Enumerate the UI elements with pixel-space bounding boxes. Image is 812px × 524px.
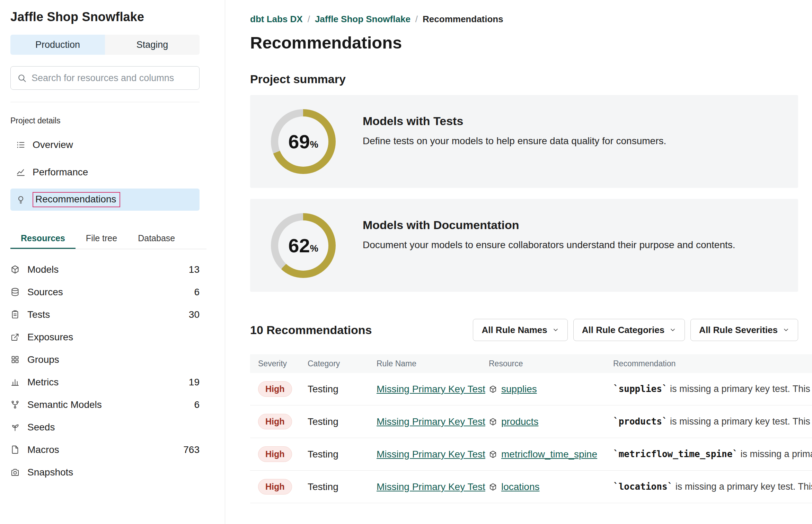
resource-count: 30 <box>189 309 200 320</box>
sidebar-item-label: Recommendations <box>33 192 120 207</box>
donut-center: 62 % <box>278 220 328 271</box>
resource-label: Seeds <box>27 422 55 433</box>
column-header-category: Category <box>308 359 377 368</box>
category-cell: Testing <box>308 449 377 460</box>
lightbulb-icon <box>16 195 26 204</box>
tab-staging[interactable]: Staging <box>105 35 200 55</box>
resource-count: 6 <box>194 399 200 410</box>
cube-icon <box>489 418 497 426</box>
resource-row-semantic-models[interactable]: Semantic Models 6 <box>10 393 200 416</box>
rule-name-link[interactable]: Missing Primary Key Test <box>377 416 485 427</box>
seedling-icon <box>10 422 20 432</box>
resource-count: 13 <box>189 264 200 275</box>
resource-link[interactable]: products <box>501 416 538 427</box>
table-row: High Testing Missing Primary Key Test pr… <box>250 405 812 438</box>
cube-icon <box>10 265 20 274</box>
filter-label: All Rule Names <box>482 325 547 335</box>
list-icon <box>16 140 26 150</box>
table-header: Severity Category Rule Name Resource Rec… <box>250 354 812 373</box>
card-text: Models with Tests Define tests on your m… <box>363 95 666 147</box>
tab-database[interactable]: Database <box>127 229 185 249</box>
resource-row-macros[interactable]: Macros 763 <box>10 438 200 461</box>
breadcrumb-current: Recommendations <box>423 14 503 25</box>
rule-severities-filter[interactable]: All Rule Severities <box>690 319 798 341</box>
severity-badge: High <box>258 381 292 397</box>
resource-view-tabs: Resources File tree Database <box>10 229 206 249</box>
recommendations-header: 10 Recommendations All Rule Names All Ru… <box>250 319 798 341</box>
resource-list: Models 13 Sources 6 Tests 30 Exposures <box>10 258 200 483</box>
tab-file-tree[interactable]: File tree <box>76 229 127 249</box>
camera-icon <box>10 468 20 477</box>
resource-row-snapshots[interactable]: Snapshots <box>10 461 200 483</box>
search-box[interactable] <box>10 66 200 90</box>
card-title: Models with Documentation <box>363 218 735 232</box>
rule-name-link[interactable]: Missing Primary Key Test <box>377 481 485 492</box>
breadcrumb-separator: / <box>415 14 418 25</box>
card-text: Models with Documentation Document your … <box>363 199 735 251</box>
breadcrumb-link-project[interactable]: Jaffle Shop Snowflake <box>315 14 411 25</box>
recommendation-text: is missing a primary key test. This test <box>668 416 812 427</box>
chevron-down-icon <box>669 326 676 333</box>
environment-tabs: Production Staging <box>10 35 200 55</box>
rule-name-link[interactable]: Missing Primary Key Test <box>377 449 485 460</box>
category-cell: Testing <box>308 481 377 492</box>
documentation-coverage-percent: 62 <box>288 234 310 257</box>
resource-row-tests[interactable]: Tests 30 <box>10 303 200 326</box>
severity-badge: High <box>258 479 292 495</box>
resource-row-seeds[interactable]: Seeds <box>10 416 200 438</box>
card-title: Models with Tests <box>363 114 666 128</box>
card-description: Define tests on your models to help ensu… <box>363 136 666 147</box>
project-nav: Overview Performance Recommendations <box>10 134 200 211</box>
resource-row-models[interactable]: Models 13 <box>10 258 200 281</box>
tab-production[interactable]: Production <box>10 35 105 55</box>
rule-names-filter[interactable]: All Rule Names <box>473 319 567 341</box>
resource-label: Groups <box>27 354 59 365</box>
models-with-tests-card: 69 % Models with Tests Define tests on y… <box>250 95 798 188</box>
resource-label: Exposures <box>27 332 73 343</box>
resource-label: Sources <box>27 287 63 298</box>
column-header-severity: Severity <box>258 359 308 368</box>
resource-row-metrics[interactable]: Metrics 19 <box>10 371 200 393</box>
rule-categories-filter[interactable]: All Rule Categories <box>573 319 685 341</box>
cube-icon <box>489 450 497 458</box>
resource-row-sources[interactable]: Sources 6 <box>10 281 200 303</box>
resource-link[interactable]: locations <box>501 481 540 492</box>
chevron-down-icon <box>552 326 559 333</box>
resource-label: Models <box>27 264 59 275</box>
resource-label: Metrics <box>27 377 59 388</box>
breadcrumb: dbt Labs DX / Jaffle Shop Snowflake / Re… <box>250 14 812 25</box>
sidebar-item-label: Overview <box>33 139 73 150</box>
tests-coverage-donut: 69 % <box>271 109 336 174</box>
resource-label: Tests <box>27 309 50 320</box>
breadcrumb-link-dbt-labs-dx[interactable]: dbt Labs DX <box>250 14 303 25</box>
grid-icon <box>10 355 20 364</box>
recommendation-code: `locations` <box>613 481 673 492</box>
recommendations-heading: 10 Recommendations <box>250 323 372 337</box>
share-icon <box>10 332 20 342</box>
percent-sign: % <box>310 139 318 150</box>
tab-resources[interactable]: Resources <box>10 229 76 249</box>
resource-label: Semantic Models <box>27 399 102 410</box>
line-chart-icon <box>16 167 26 177</box>
sidebar-divider <box>10 102 200 102</box>
sidebar-item-overview[interactable]: Overview <box>10 134 200 156</box>
rule-name-link[interactable]: Missing Primary Key Test <box>377 384 485 394</box>
column-header-recommendation: Recommendation <box>613 359 812 368</box>
main-content: dbt Labs DX / Jaffle Shop Snowflake / Re… <box>225 0 812 524</box>
resource-count: 6 <box>194 287 200 298</box>
documentation-coverage-donut: 62 % <box>271 213 336 278</box>
search-input[interactable] <box>32 73 193 84</box>
resource-row-exposures[interactable]: Exposures <box>10 326 200 348</box>
resource-count: 763 <box>183 444 200 455</box>
table-row: High Testing Missing Primary Key Test me… <box>250 438 812 471</box>
sidebar-item-label: Performance <box>33 167 88 178</box>
resource-link[interactable]: supplies <box>501 384 537 395</box>
sidebar-item-recommendations[interactable]: Recommendations <box>10 189 200 211</box>
resource-link[interactable]: metricflow_time_spine <box>501 449 597 460</box>
file-icon <box>10 445 20 454</box>
resource-row-groups[interactable]: Groups <box>10 348 200 371</box>
fork-icon <box>10 400 20 409</box>
project-title: Jaffle Shop Snowflake <box>10 10 199 24</box>
card-description: Document your models to ensure collabora… <box>363 239 735 251</box>
sidebar-item-performance[interactable]: Performance <box>10 161 200 183</box>
